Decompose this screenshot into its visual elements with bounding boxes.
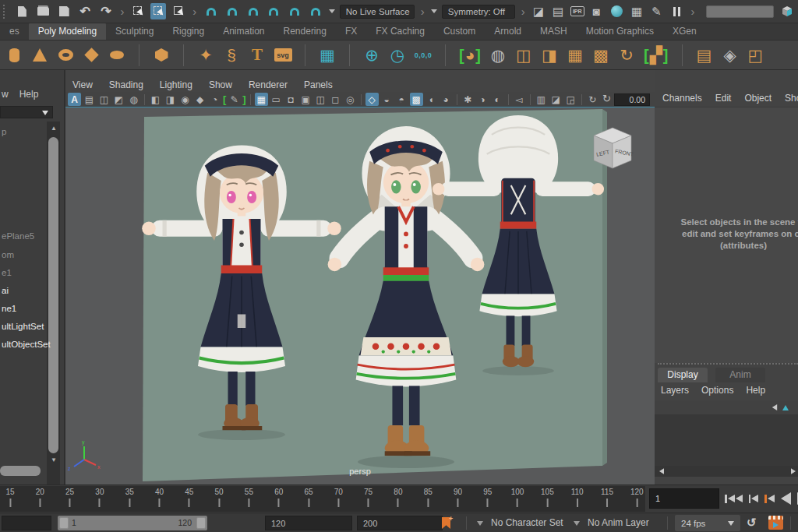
layer-list-area[interactable] [655, 414, 798, 466]
range-end-handle[interactable] [196, 517, 206, 529]
bookmark-icon[interactable]: ◆ [193, 93, 207, 106]
camera-attributes-icon[interactable]: ◉ [178, 93, 192, 106]
outliner-item-ai[interactable]: ai [2, 286, 9, 295]
live-surface-field[interactable]: No Live Surface [340, 5, 415, 19]
character-set-dropdown[interactable]: No Character Set [491, 517, 563, 528]
time-slider[interactable]: 1520253035404550556065707580859095100105… [0, 484, 798, 513]
scroll-left-icon[interactable] [659, 468, 664, 474]
ipr-render-icon[interactable]: IPR [570, 6, 584, 16]
shelf-tab-arnold[interactable]: Arnold [485, 23, 531, 40]
outliner-item-p[interactable]: p [2, 127, 6, 136]
poly-cylinder-icon[interactable] [5, 43, 23, 68]
current-frame-field[interactable]: 1 [649, 488, 719, 509]
wireframe-on-shaded-icon[interactable]: ▩ [410, 93, 423, 106]
outliner-hscroll-thumb[interactable] [0, 466, 41, 476]
reset-transform-icon[interactable]: 0,0,0 [414, 43, 433, 68]
show-manipulator-icon[interactable]: ⊕ [362, 43, 381, 68]
viewport-menu-shading[interactable]: Shading [109, 79, 143, 90]
film-icon[interactable]: ▤ [83, 93, 96, 106]
layer-menu-options[interactable]: Options [701, 385, 733, 396]
outliner-item-ne1[interactable]: ne1 [2, 304, 16, 313]
film-gate-icon[interactable]: ▭ [270, 93, 283, 106]
select-tool-icon[interactable] [130, 3, 146, 19]
viewport-menu-renderer[interactable]: Renderer [249, 79, 288, 90]
step-back-frame-button[interactable] [749, 495, 759, 503]
ambient-occlusion-icon[interactable]: ◐ [491, 93, 504, 106]
shelf-tab-es[interactable]: es [0, 23, 29, 40]
channel-menu-show[interactable]: Show [785, 93, 798, 104]
outliner-vscroll-thumb[interactable] [48, 137, 58, 453]
shelf-tab-rendering[interactable]: Rendering [274, 23, 336, 40]
shelf-tab-fx[interactable]: FX [336, 23, 366, 40]
go-to-start-button[interactable] [725, 495, 743, 503]
select-camera-icon[interactable]: ◧ [149, 93, 162, 106]
make-live-icon[interactable] [308, 3, 324, 20]
mirror-icon[interactable]: ◨ [540, 43, 559, 68]
character-set-caret-icon[interactable] [477, 521, 483, 529]
multi-cut-icon[interactable]: [▞] [643, 43, 669, 68]
channel-menu-channels[interactable]: Channels [662, 93, 702, 104]
playback-end-field[interactable]: 120 [265, 516, 352, 530]
poly-text-icon[interactable]: T [248, 43, 267, 68]
step-back-key-button[interactable] [764, 495, 775, 503]
range-start-handle[interactable] [59, 517, 69, 529]
target-weld-icon[interactable]: ◍ [489, 43, 507, 68]
stereo-icon[interactable]: ◩ [112, 93, 125, 106]
layer-back-icon[interactable] [772, 404, 777, 410]
tab-display[interactable]: Display [658, 368, 708, 382]
render-setup-icon[interactable]: ▦ [630, 4, 644, 19]
exposure-refresh-icon[interactable]: ↻ [602, 93, 611, 104]
redo-icon[interactable]: ↷ [98, 3, 115, 20]
toolbar-grip[interactable] [3, 5, 6, 19]
field-chart-icon[interactable]: ◫ [314, 93, 327, 106]
open-render-view-icon[interactable]: ◪ [531, 4, 546, 19]
scroll-up-icon[interactable]: ▲ [51, 125, 57, 132]
bridge-icon[interactable]: ◈ [721, 43, 740, 68]
paint-effects-icon[interactable]: ✎ [649, 4, 664, 19]
safe-action-icon[interactable]: ◻ [329, 93, 342, 106]
anim-layer-caret-icon[interactable] [574, 521, 580, 529]
layer-menu-layers[interactable]: Layers [661, 385, 689, 396]
shelf-tab-mash[interactable]: MASH [531, 23, 577, 40]
shelf-tab-custom[interactable]: Custom [434, 23, 485, 40]
open-scene-icon[interactable] [35, 3, 51, 20]
move-layer-up-icon[interactable] [782, 405, 789, 410]
super-shape-icon[interactable]: ✦ [196, 43, 215, 68]
play-backwards-button[interactable] [781, 492, 791, 505]
view-cube[interactable]: LEFT FRONT [594, 128, 634, 168]
viewport-menu-lighting[interactable]: Lighting [160, 79, 192, 90]
search-input[interactable] [706, 5, 775, 18]
svg-tool-icon[interactable]: svg [274, 43, 292, 68]
outliner-item-e1[interactable]: e1 [2, 268, 12, 277]
outliner-filter-dropdown[interactable] [0, 106, 53, 118]
undo-icon[interactable]: ↶ [77, 3, 94, 20]
poly-helix-icon[interactable]: § [222, 43, 241, 68]
render-settings-icon[interactable]: ◙ [589, 4, 604, 19]
smooth-shade-icon[interactable]: ◒ [380, 93, 394, 106]
paint-select-tool-icon[interactable] [171, 3, 186, 19]
playback-loop-icon[interactable]: ↺ [747, 516, 757, 530]
outliner-item-ultlightset[interactable]: ultLightSet [2, 322, 44, 331]
viewport-menu-panels[interactable]: Panels [304, 79, 333, 90]
poly-plane-icon[interactable] [82, 43, 101, 68]
viewport-menu-show[interactable]: Show [209, 79, 232, 90]
lasso-select-tool-icon[interactable] [150, 3, 166, 19]
shelf-tab-xgen[interactable]: XGen [663, 23, 706, 40]
anim-end-field[interactable]: 200 [357, 516, 443, 530]
symmetry-field[interactable]: Symmetry: Off [442, 5, 515, 19]
combine-icon[interactable]: ◫ [514, 43, 533, 68]
multiview-icon[interactable]: ◫ [97, 93, 111, 106]
shadows-icon[interactable]: ◑ [476, 93, 489, 106]
resolution-gate-icon[interactable]: ◘ [284, 93, 298, 106]
xray-icon[interactable]: ▥ [535, 93, 548, 106]
viewport-canvas[interactable]: LEFT FRONT y x z persp [65, 107, 655, 484]
animation-preferences-icon[interactable] [768, 516, 783, 530]
symmetry-caret-icon[interactable] [431, 9, 437, 16]
wireframe-icon[interactable]: ◇ [365, 93, 379, 106]
snap-to-grid-icon[interactable] [203, 3, 219, 20]
render-current-frame-icon[interactable]: ▤ [551, 4, 566, 19]
shelf-tab-rigging[interactable]: Rigging [163, 23, 214, 40]
platonic-solid-icon[interactable] [152, 43, 171, 68]
fps-dropdown[interactable]: 24 fps [675, 515, 740, 531]
layer-hscroll[interactable] [655, 466, 798, 477]
